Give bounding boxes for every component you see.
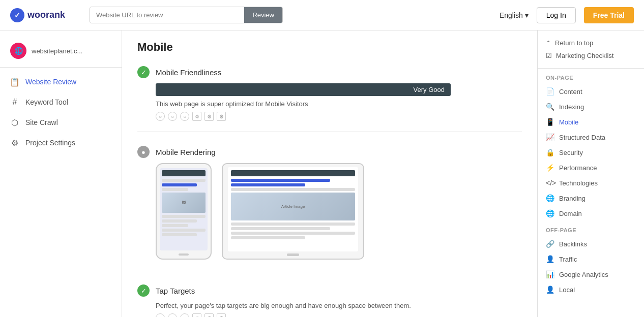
review-item-tap-targets: ✓ Tap Targets Perfect, your page's tap t… [137, 284, 522, 317]
circle-icon-3[interactable]: ○ [180, 313, 189, 317]
item-icons-tap: ○ ○ ○ ⚙ ⚙ ⚙ [156, 313, 522, 317]
domain-icon: 🌐 [546, 209, 554, 217]
domain-label: Domain [559, 210, 582, 217]
sidebar-item-project-settings[interactable]: ⚙ Project Settings [0, 133, 122, 153]
login-button[interactable]: Log In [537, 7, 576, 23]
right-nav-structured-data[interactable]: 📈 Structured Data [538, 130, 644, 145]
site-avatar: 🌐 [10, 43, 26, 59]
rating-bar-container: Very Good [156, 83, 522, 96]
traffic-label: Traffic [559, 256, 577, 263]
sidebar-item-website-review[interactable]: 📋 Website Review [0, 72, 122, 92]
right-nav-branding[interactable]: 🌐 Branding [538, 191, 644, 206]
item-title-tap-targets: Tap Targets [156, 287, 195, 295]
logo-icon: ✓ [10, 8, 24, 22]
gear-icon-tap-3[interactable]: ⚙ [217, 313, 226, 317]
language-label: English [500, 11, 523, 19]
sidebar-item-keyword-tool[interactable]: # Keyword Tool [0, 92, 122, 112]
marketing-checklist-label: Marketing Checklist [556, 52, 613, 59]
mobile-label: Mobile [559, 118, 578, 126]
technologies-icon: </> [546, 179, 554, 187]
sidebar-label-keyword-tool: Keyword Tool [25, 98, 68, 106]
right-sidebar: ⌃ Return to top ☑ Marketing Checklist ON… [537, 30, 644, 317]
page-title: Mobile [137, 41, 522, 54]
mobile-icon: 📱 [546, 118, 554, 126]
review-item-mobile-rendering: ● Mobile Rendering 🖼 [137, 146, 522, 270]
structured-data-label: Structured Data [559, 134, 605, 141]
gear-icon-tap-1[interactable]: ⚙ [192, 313, 201, 317]
language-selector[interactable]: English ▾ [500, 11, 529, 19]
right-nav-traffic[interactable]: 👤 Traffic [538, 251, 644, 267]
gear-icon-1[interactable]: ⚙ [192, 112, 201, 121]
site-name: websiteplanet.c... [32, 47, 82, 55]
google-analytics-icon: 📊 [546, 270, 554, 278]
return-to-top-link[interactable]: ⌃ Return to top [546, 37, 636, 49]
project-settings-icon: ⚙ [10, 138, 19, 147]
backlinks-icon: 🔗 [546, 240, 554, 248]
performance-label: Performance [559, 164, 597, 172]
content-label: Content [559, 88, 582, 96]
performance-icon: ⚡ [546, 164, 554, 172]
gear-icon-3[interactable]: ⚙ [217, 112, 226, 121]
review-button[interactable]: Review [244, 7, 282, 23]
phone-button [179, 253, 189, 256]
gear-icon-2[interactable]: ⚙ [204, 112, 214, 121]
main-content: Mobile ✓ Mobile Friendliness Very Good T… [122, 30, 537, 317]
branding-label: Branding [559, 195, 586, 202]
sidebar-item-site-crawl[interactable]: ⬡ Site Crawl [0, 112, 122, 133]
local-label: Local [559, 286, 575, 294]
review-item-header: ✓ Mobile Friendliness [137, 66, 522, 78]
indexing-icon: 🔍 [546, 103, 554, 111]
left-sidebar: 🌐 websiteplanet.c... 📋 Website Review # … [0, 30, 122, 317]
traffic-icon: 👤 [546, 255, 554, 263]
item-title-mobile-friendliness: Mobile Friendliness [156, 68, 221, 77]
checklist-icon: ☑ [546, 52, 552, 59]
technologies-label: Technologies [559, 179, 598, 187]
right-nav-security[interactable]: 🔒 Security [538, 145, 644, 160]
security-label: Security [559, 149, 583, 156]
search-bar: Review [90, 7, 283, 23]
circle-icon-1[interactable]: ○ [156, 313, 165, 317]
review-item-mobile-friendliness: ✓ Mobile Friendliness Very Good This web… [137, 66, 522, 132]
url-input[interactable] [90, 7, 244, 23]
site-crawl-icon: ⬡ [10, 118, 19, 127]
item-action-icons: ○ ○ ○ ⚙ ⚙ ⚙ [156, 112, 522, 121]
phone-screen: 🖼 [160, 168, 208, 250]
status-icon-neutral: ● [137, 146, 150, 158]
right-nav-domain[interactable]: 🌐 Domain [538, 206, 644, 221]
status-icon-tap: ✓ [137, 284, 150, 297]
logo-text: woorank [27, 10, 65, 20]
gear-icon-tap-2[interactable]: ⚙ [204, 313, 214, 317]
share-icon-3[interactable]: ○ [180, 112, 189, 121]
circle-icon-2[interactable]: ○ [168, 313, 177, 317]
review-item-tap-header: ✓ Tap Targets [137, 284, 522, 297]
right-nav-performance[interactable]: ⚡ Performance [538, 160, 644, 175]
backlinks-label: Backlinks [559, 240, 587, 248]
item-desc-tap-targets: Perfect, your page's tap targets are big… [156, 302, 522, 309]
indexing-label: Indexing [559, 103, 584, 111]
sidebar-label-website-review: Website Review [25, 78, 76, 86]
right-nav-indexing[interactable]: 🔍 Indexing [538, 99, 644, 114]
right-nav-technologies[interactable]: </> Technologies [538, 175, 644, 191]
free-trial-button[interactable]: Free Trial [584, 7, 634, 23]
rendering-images: 🖼 Article Image [156, 163, 522, 260]
branding-icon: 🌐 [546, 194, 554, 202]
header-right: English ▾ Log In Free Trial [500, 7, 634, 23]
right-nav-google-analytics[interactable]: 📊 Google Analytics [538, 267, 644, 282]
status-icon-good: ✓ [137, 66, 150, 78]
right-nav-mobile[interactable]: 📱 Mobile [538, 114, 644, 130]
share-icon-1[interactable]: ○ [156, 112, 165, 121]
share-icon-2[interactable]: ○ [168, 112, 177, 121]
item-title-mobile-rendering: Mobile Rendering [156, 148, 216, 156]
return-to-top-label: Return to top [555, 39, 593, 47]
right-nav-content[interactable]: 📄 Content [538, 84, 644, 99]
right-nav-backlinks[interactable]: 🔗 Backlinks [538, 236, 644, 251]
phone-mockup: 🖼 [156, 163, 212, 260]
marketing-checklist-link[interactable]: ☑ Marketing Checklist [546, 49, 636, 62]
tablet-button [287, 253, 299, 256]
chevron-down-icon: ▾ [525, 11, 529, 19]
google-analytics-label: Google Analytics [559, 271, 608, 278]
security-icon: 🔒 [546, 148, 554, 156]
local-icon: 👤 [546, 286, 554, 294]
header: ✓ woorank Review English ▾ Log In Free T… [0, 0, 644, 30]
right-nav-local[interactable]: 👤 Local [538, 282, 644, 297]
